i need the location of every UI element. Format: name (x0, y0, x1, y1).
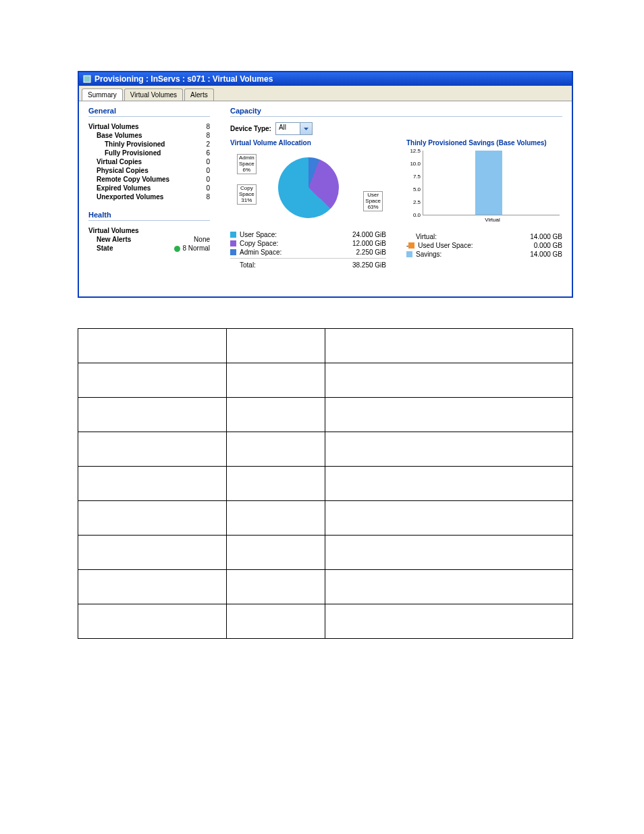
savings-column: Thinly Provisioned Savings (Base Volumes… (406, 139, 562, 269)
gen-value: 0 (206, 158, 210, 165)
state-value: 8 Normal (174, 244, 210, 252)
health-vv: Virtual Volumes (88, 227, 139, 234)
svg-marker-1 (304, 128, 308, 130)
general-panel: General Virtual Volumes8Base Volumes8Thi… (88, 107, 210, 269)
capacity-title: Capacity (230, 107, 562, 117)
gen-label: Remote Copy Volumes (97, 176, 169, 183)
gen-value: 8 (206, 193, 210, 201)
new-alerts-label: New Alerts (97, 236, 131, 243)
tab-summary[interactable]: Summary (82, 88, 123, 101)
svg-rect-0 (84, 76, 90, 82)
state-label: State (97, 244, 113, 252)
tab-virtual-volumes[interactable]: Virtual Volumes (124, 88, 183, 101)
gen-label: Virtual Copies (97, 158, 142, 165)
bar-legend: Virtual:14.000 GB- Used User Space:0.000… (406, 232, 562, 259)
swatch-icon (230, 240, 236, 246)
legend-row: Savings:14.000 GB (406, 250, 562, 259)
window-title: Provisioning : InServs : s071 : Virtual … (95, 74, 273, 84)
y-tick: 12.5 (407, 148, 421, 154)
tab-alerts[interactable]: Alerts (184, 88, 214, 101)
window-icon (83, 75, 91, 83)
window-titlebar: Provisioning : InServs : s071 : Virtual … (79, 72, 572, 86)
device-type-value: All (276, 123, 300, 134)
gen-label: Physical Copies (97, 167, 149, 174)
status-dot-icon (174, 246, 180, 252)
pie-callout-user: UserSpace63% (363, 191, 383, 211)
swatch-icon (230, 232, 236, 238)
swatch-icon (406, 251, 412, 257)
gen-value: 8 (206, 123, 210, 130)
bar-chart: 0.02.55.07.510.012.5 (423, 151, 560, 215)
general-title: General (88, 107, 210, 117)
bar-virtual (475, 151, 502, 215)
gen-label: Base Volumes (97, 132, 142, 139)
gen-label: Virtual Volumes (88, 123, 139, 130)
allocation-title: Virtual Volume Allocation (230, 139, 386, 147)
savings-title: Thinly Provisioned Savings (Base Volumes… (406, 139, 562, 147)
gen-label: Fully Provisioned (105, 149, 161, 157)
legend-row: User Space:24.000 GiB (230, 230, 386, 239)
pie-chart: AdminSpace6% CopySpace31% UserSpace63% (230, 151, 386, 225)
gen-value: 2 (206, 140, 210, 148)
gen-value: 0 (206, 167, 210, 174)
y-tick: 2.5 (407, 199, 421, 205)
health-title: Health (88, 211, 210, 221)
app-window: Provisioning : InServs : s071 : Virtual … (78, 71, 573, 298)
legend-row: Virtual:14.000 GB (406, 232, 562, 241)
tab-strip: Summary Virtual Volumes Alerts (79, 86, 572, 101)
legend-row: Copy Space:12.000 GiB (230, 239, 386, 248)
gen-value: 0 (206, 184, 210, 192)
pie-graphic (278, 157, 339, 218)
y-tick: 5.0 (407, 186, 421, 192)
y-tick: 0.0 (407, 212, 421, 218)
capacity-panel: Capacity Device Type: All Virtual Volume… (230, 107, 562, 269)
device-type-select[interactable]: All (275, 122, 313, 135)
allocation-column: Virtual Volume Allocation AdminSpace6% C… (230, 139, 386, 269)
legend-row: Admin Space:2.250 GiB (230, 248, 386, 257)
new-alerts-value: None (194, 236, 210, 243)
description-table (78, 328, 573, 639)
swatch-icon (230, 249, 236, 255)
gen-value: 8 (206, 132, 210, 139)
pie-callout-admin: AdminSpace6% (237, 154, 257, 174)
legend-row: - Used User Space:0.000 GB (406, 241, 562, 250)
chevron-down-icon (300, 123, 312, 134)
device-type-label: Device Type: (230, 125, 271, 132)
gen-value: 6 (206, 149, 210, 157)
pie-callout-copy: CopySpace31% (237, 184, 257, 205)
gen-label: Thinly Provisioned (105, 140, 165, 148)
pie-legend: User Space:24.000 GiBCopy Space:12.000 G… (230, 230, 386, 269)
gen-label: Expired Volumes (97, 184, 151, 192)
y-tick: 10.0 (407, 161, 421, 167)
y-tick: 7.5 (407, 174, 421, 180)
bar-category-label: Virtual (423, 217, 562, 223)
gen-label: Unexported Volumes (97, 193, 163, 201)
gen-value: 0 (206, 176, 210, 183)
swatch-icon (408, 242, 414, 249)
